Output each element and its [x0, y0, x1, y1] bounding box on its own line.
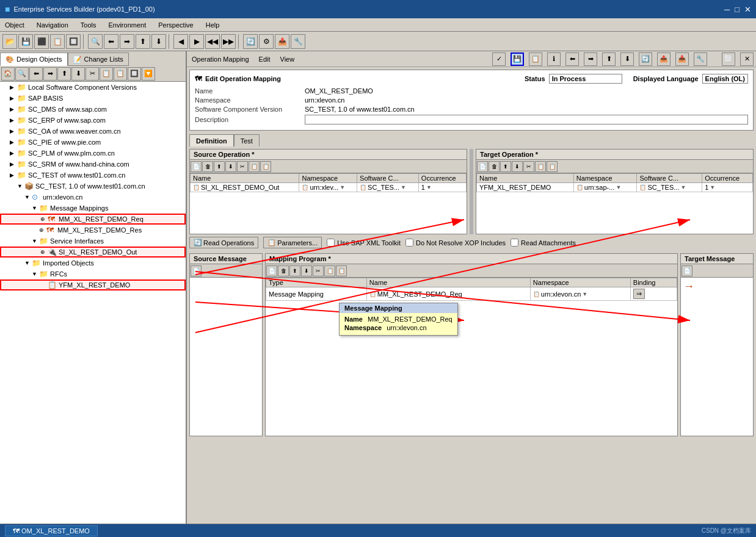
toolbar-btn-9[interactable]: ⬆ [136, 34, 150, 49]
op-tb-refresh[interactable]: 🔄 [639, 52, 652, 66]
toolbar-btn-17[interactable]: 📤 [275, 34, 289, 49]
menu-object[interactable]: Object [2, 20, 27, 30]
menu-view[interactable]: View [278, 55, 297, 63]
tab-design-objects[interactable]: 🎨 Design Objects [0, 52, 68, 66]
left-tb-4[interactable]: ➡ [43, 67, 57, 81]
tree-item-rfcs[interactable]: ▼ 📁 RFCs [0, 268, 186, 279]
op-tb-info[interactable]: ℹ [547, 52, 561, 66]
tree-item-sc-srm[interactable]: ▶ 📁 SC_SRM of www.hand-china.com [0, 159, 186, 170]
toolbar-btn-10[interactable]: ⬇ [151, 34, 166, 49]
parameters-button[interactable]: 📋 Parameters... [263, 237, 322, 248]
toolbar-btn-13[interactable]: ◀◀ [205, 34, 220, 49]
mp-tb-3[interactable]: ⬆ [289, 265, 300, 276]
maximize-btn[interactable]: □ [735, 5, 740, 14]
toolbar-btn-11[interactable]: ◀ [173, 34, 188, 49]
tree-item-message-mappings[interactable]: ▼ 📁 Message Mappings [0, 203, 186, 214]
op-tb-check[interactable]: ✓ [492, 52, 506, 66]
src-msg-tb-1[interactable]: 📄 [191, 265, 202, 276]
toolbar-btn-5[interactable]: 🔲 [66, 34, 81, 49]
close-btn[interactable]: ✕ [744, 5, 751, 14]
op-tb-down[interactable]: ⬇ [620, 52, 634, 66]
check-xop[interactable] [405, 239, 413, 247]
tree-item-sc-oa[interactable]: ▶ 📁 SC_OA of www.weaver.com.cn [0, 126, 186, 137]
toolbar-btn-4[interactable]: 📋 [50, 34, 65, 49]
tgt-sw-btn[interactable]: ▼ [680, 184, 686, 190]
menu-edit[interactable]: Edit [256, 55, 273, 63]
tgt-ns-btn[interactable]: ▼ [616, 184, 621, 190]
toolbar-btn-8[interactable]: ➡ [120, 34, 134, 49]
left-tb-1[interactable]: 🏠 [1, 67, 15, 81]
toolbar-btn-7[interactable]: ⬅ [104, 34, 118, 49]
tree-item-mm-req[interactable]: ⊕ 🗺 MM_XL_REST_DEMO_Req [0, 214, 186, 225]
divider-h[interactable] [470, 149, 473, 234]
op-tb-maximize[interactable]: ⬜ [722, 52, 735, 66]
tab-test[interactable]: Test [234, 134, 260, 146]
tree-item-sc-test[interactable]: ▶ 📁 SC_TEST of www.test01.com.cn [0, 170, 186, 181]
mp-tb-7[interactable]: 📋 [336, 265, 347, 276]
check-use-sap[interactable] [327, 239, 335, 247]
tgt-tb-down[interactable]: ⬇ [512, 161, 523, 172]
left-tb-7[interactable]: ✂ [85, 67, 99, 81]
tree-item-sc-test-1[interactable]: ▼ 📦 SC_TEST, 1.0 of www.test01.com.cn [0, 181, 186, 192]
src-row-occ-btn[interactable]: ▼ [426, 184, 432, 190]
toolbar-btn-18[interactable]: 🔧 [291, 34, 305, 49]
tree-item-sc-erp[interactable]: ▶ 📁 SC_ERP of www.sap.com [0, 115, 186, 126]
src-tb-copy[interactable]: 📋 [249, 161, 260, 172]
toolbar-btn-15[interactable]: 🔄 [243, 34, 258, 49]
op-tb-back[interactable]: ⬅ [565, 52, 579, 66]
menu-environment[interactable]: Environment [106, 20, 148, 30]
tgt-tb-delete[interactable]: 🗑 [489, 161, 500, 172]
menu-tools[interactable]: Tools [78, 20, 99, 30]
src-row-sw-btn[interactable]: ▼ [401, 184, 406, 190]
mp-tb-4[interactable]: ⬇ [301, 265, 312, 276]
mp-tb-5[interactable]: ✂ [313, 265, 324, 276]
tree-item-imported[interactable]: ▼ 📁 Imported Objects [0, 258, 186, 268]
read-ops-button[interactable]: 🔄 Read Operations [189, 237, 258, 248]
tree-item-si-out[interactable]: ⊕ 🔌 SI_XL_REST_DEMO_Out [0, 247, 186, 258]
left-tb-6[interactable]: ⬇ [71, 67, 85, 81]
tree-item-urn[interactable]: ▼ ⊙ urn:xlevon.cn [0, 192, 186, 203]
mp-tb-2[interactable]: 🗑 [278, 265, 289, 276]
op-tb-export[interactable]: 📤 [657, 52, 671, 66]
tgt-tb-copy[interactable]: 📋 [535, 161, 546, 172]
left-tb-8[interactable]: 📋 [100, 67, 113, 81]
target-op-row[interactable]: YFM_XL_REST_DEMO 📋 urn:sap-... ▼ [477, 183, 753, 192]
src-tb-up[interactable]: ⬆ [214, 161, 225, 172]
toolbar-btn-16[interactable]: ⚙ [259, 34, 274, 49]
src-tb-delete[interactable]: 🗑 [202, 161, 213, 172]
src-tb-paste[interactable]: 📋 [260, 161, 271, 172]
minimize-btn[interactable]: ─ [724, 5, 730, 14]
op-tb-close-panel[interactable]: ✕ [740, 52, 754, 66]
mp-tb-1[interactable]: 📄 [266, 265, 277, 276]
left-tb-3[interactable]: ⬅ [29, 67, 43, 81]
src-row-ns-btn[interactable]: ▼ [340, 184, 345, 190]
mp-tb-6[interactable]: 📋 [324, 265, 335, 276]
menu-help[interactable]: Help [203, 20, 222, 30]
mp-row[interactable]: Message Mapping 📋 MM_XL_REST_DEMO_Req [266, 287, 677, 301]
tab-change-lists[interactable]: 📝 Change Lists [68, 52, 129, 66]
left-tb-5[interactable]: ⬆ [57, 67, 71, 81]
op-tb-up[interactable]: ⬆ [602, 52, 616, 66]
src-tb-cut[interactable]: ✂ [237, 161, 248, 172]
menu-perspective[interactable]: Perspective [156, 20, 195, 30]
check-attachments[interactable] [511, 239, 518, 247]
description-input[interactable] [305, 115, 748, 124]
toolbar-btn-12[interactable]: ▶ [189, 34, 204, 49]
op-tb-import[interactable]: 📥 [675, 52, 689, 66]
toolbar-btn-3[interactable]: ⬛ [34, 34, 49, 49]
op-tb-save[interactable]: 💾 [511, 52, 524, 66]
toolbar-btn-1[interactable]: 📂 [2, 34, 17, 49]
source-op-row[interactable]: 📋 SI_XL_REST_DEMO_Out 📋 urn:xlev... ▼ [191, 183, 467, 192]
tree-item-yfm[interactable]: 📋 YFM_XL_REST_DEMO [0, 279, 186, 290]
src-tb-down[interactable]: ⬇ [225, 161, 236, 172]
tree-item-mm-res[interactable]: ⊕ 🗺 MM_XL_REST_DEMO_Res [0, 225, 186, 236]
tree-item-service-interfaces[interactable]: ▼ 📁 Service Interfaces [0, 236, 186, 247]
left-tb-2[interactable]: 🔍 [15, 67, 29, 81]
op-tb-settings[interactable]: 🔧 [694, 52, 707, 66]
toolbar-btn-2[interactable]: 💾 [18, 34, 33, 49]
tree-item-sc-dms[interactable]: ▶ 📁 SC_DMS of www.sap.com [0, 104, 186, 115]
tree-item-sap-basis[interactable]: ▶ 📁 SAP BASIS [0, 93, 186, 104]
binding-btn[interactable]: ⇒ [633, 289, 645, 299]
src-tb-add[interactable]: 📄 [191, 161, 202, 172]
op-tb-copy[interactable]: 📋 [529, 52, 542, 66]
